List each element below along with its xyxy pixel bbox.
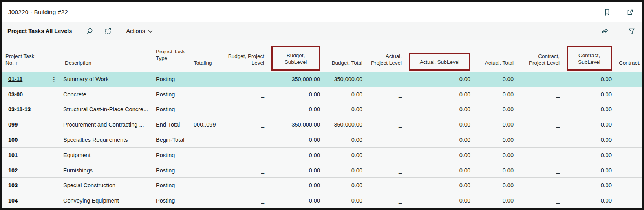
table-row[interactable]: 102FurnishingsPosting_0.000.00_0.000.00_…	[2, 163, 642, 178]
cell-actual_project_level[interactable]: _	[366, 121, 405, 128]
column-header-budget_sublevel[interactable]: Budget, SubLevel	[268, 46, 324, 72]
cell-type[interactable]: Posting	[152, 106, 190, 112]
cell-budget_project_level[interactable]: _	[221, 76, 268, 82]
table-row[interactable]: 01-11⋮Summary of WorkPosting_350,000.003…	[2, 72, 642, 87]
table-row[interactable]: 104Conveying EquipmentPosting_0.000.00_0…	[2, 193, 642, 208]
cell-type[interactable]: Posting	[152, 182, 190, 188]
share-icon[interactable]	[601, 27, 609, 35]
cell-contract_project_level[interactable]: _	[517, 152, 563, 158]
cell-description[interactable]: Equipment	[61, 152, 152, 158]
cell-actual_project_level[interactable]: _	[366, 106, 405, 112]
cell-budget_project_level[interactable]: _	[221, 137, 268, 143]
cell-actual_sublevel[interactable]: 0.00	[405, 121, 474, 128]
cell-actual_sublevel[interactable]: 0.00	[405, 152, 474, 158]
cell-budget_total[interactable]: 0.00	[324, 106, 366, 112]
cell-type[interactable]: End-Total	[152, 121, 190, 128]
cell-contract_project_level[interactable]: _	[517, 167, 563, 174]
column-header-contract_project_level[interactable]: Contract, Project Level	[517, 53, 563, 72]
cell-contract_project_level[interactable]: _	[517, 76, 563, 82]
cell-contract_project_level[interactable]: _	[517, 121, 563, 128]
cell-type[interactable]: Posting	[152, 152, 190, 158]
cell-totaling[interactable]: 000..099	[190, 121, 221, 128]
cell-actual_project_level[interactable]: _	[366, 182, 405, 188]
cell-contract_project_level[interactable]: _	[517, 91, 563, 98]
column-header-actual_total[interactable]: Actual, Total	[474, 60, 517, 72]
cell-budget_project_level[interactable]: _	[221, 182, 268, 188]
cell-budget_project_level[interactable]: _	[221, 197, 268, 204]
cell-contract_sublevel[interactable]: 0.00	[563, 137, 615, 143]
cell-budget_total[interactable]: 0.00	[324, 137, 366, 143]
cell-no[interactable]: 099	[2, 121, 47, 128]
analyze-icon[interactable]	[104, 27, 112, 35]
cell-actual_total[interactable]: 0.00	[474, 76, 517, 82]
cell-contract_sublevel[interactable]: 0.00	[563, 76, 615, 82]
cell-no[interactable]: 104	[2, 197, 47, 204]
cell-contract_sublevel[interactable]: 0.00	[563, 182, 615, 188]
filter-icon[interactable]	[628, 27, 636, 35]
cell-budget_sublevel[interactable]: 0.00	[268, 106, 324, 112]
cell-description[interactable]: Special Construction	[61, 182, 152, 188]
cell-budget_sublevel[interactable]: 0.00	[268, 137, 324, 143]
cell-budget_project_level[interactable]: _	[221, 152, 268, 158]
column-header-type[interactable]: Project Task Type–	[152, 48, 190, 72]
cell-type[interactable]: Posting	[152, 167, 190, 174]
column-header-contract_truncated[interactable]: Contract,	[615, 60, 641, 72]
cell-budget_sublevel[interactable]: 0.00	[268, 152, 324, 158]
cell-actual_project_level[interactable]: _	[366, 152, 405, 158]
cell-contract_sublevel[interactable]: 0.00	[563, 167, 615, 174]
cell-actual_project_level[interactable]: _	[366, 91, 405, 98]
actions-menu-button[interactable]: Actions	[126, 28, 153, 34]
cell-actual_project_level[interactable]: _	[366, 137, 405, 143]
cell-budget_sublevel[interactable]: 0.00	[268, 182, 324, 188]
cell-budget_total[interactable]: 0.00	[324, 182, 366, 188]
cell-budget_sublevel[interactable]: 0.00	[268, 91, 324, 98]
cell-type[interactable]: Posting	[152, 76, 190, 82]
cell-actual_sublevel[interactable]: 0.00	[405, 76, 474, 82]
cell-contract_project_level[interactable]: _	[517, 182, 563, 188]
cell-actual_project_level[interactable]: _	[366, 167, 405, 174]
cell-contract_project_level[interactable]: _	[517, 197, 563, 204]
table-row[interactable]: 101EquipmentPosting_0.000.00_0.000.00_0.…	[2, 148, 642, 163]
bookmark-icon[interactable]	[603, 8, 611, 16]
cell-type[interactable]: Posting	[152, 197, 190, 204]
search-icon[interactable]	[86, 27, 94, 35]
cell-budget_total[interactable]: 0.00	[324, 152, 366, 158]
cell-contract_sublevel[interactable]: 0.00	[563, 121, 615, 128]
cell-actual_total[interactable]: 0.00	[474, 182, 517, 188]
column-header-budget_total[interactable]: Budget, Total	[324, 60, 366, 72]
table-row[interactable]: 100Specialties RequirementsBegin-Total_0…	[2, 132, 642, 148]
column-header-contract_sublevel[interactable]: Contract, SubLevel	[563, 46, 615, 72]
cell-description[interactable]: Summary of Work	[61, 76, 152, 82]
cell-no[interactable]: 100	[2, 137, 47, 143]
cell-type[interactable]: Begin-Total	[152, 137, 190, 143]
cell-description[interactable]: Conveying Equipment	[61, 197, 152, 204]
cell-budget_sublevel[interactable]: 0.00	[268, 167, 324, 174]
cell-budget_total[interactable]: 0.00	[324, 167, 366, 174]
cell-actual_total[interactable]: 0.00	[474, 152, 517, 158]
cell-budget_project_level[interactable]: _	[221, 167, 268, 174]
cell-no[interactable]: 101	[2, 152, 47, 158]
cell-actual_total[interactable]: 0.00	[474, 197, 517, 204]
cell-budget_total[interactable]: 350,000.00	[324, 121, 366, 128]
cell-description[interactable]: Specialties Requirements	[61, 137, 152, 143]
column-header-actual_project_level[interactable]: Actual, Project Level	[366, 53, 405, 72]
cell-budget_total[interactable]: 0.00	[324, 91, 366, 98]
table-row[interactable]: 03-11-13Structural Cast-in-Place Concre.…	[2, 102, 642, 118]
cell-actual_total[interactable]: 0.00	[474, 121, 517, 128]
cell-actual_sublevel[interactable]: 0.00	[405, 106, 474, 112]
open-in-new-window-icon[interactable]	[626, 8, 634, 16]
cell-budget_project_level[interactable]: _	[221, 106, 268, 112]
cell-contract_sublevel[interactable]: 0.00	[563, 106, 615, 112]
cell-actual_sublevel[interactable]: 0.00	[405, 137, 474, 143]
cell-no[interactable]: 102	[2, 167, 47, 174]
cell-actual_sublevel[interactable]: 0.00	[405, 182, 474, 188]
cell-budget_total[interactable]: 0.00	[324, 197, 366, 204]
cell-contract_project_level[interactable]: _	[517, 137, 563, 143]
cell-no[interactable]: 03-00	[2, 91, 47, 98]
cell-description[interactable]: Furnishings	[61, 167, 152, 174]
cell-actual_project_level[interactable]: _	[366, 76, 405, 82]
cell-contract_project_level[interactable]: _	[517, 106, 563, 112]
cell-description[interactable]: Concrete	[61, 91, 152, 98]
cell-contract_sublevel[interactable]: 0.00	[563, 91, 615, 98]
cell-actual_sublevel[interactable]: 0.00	[405, 197, 474, 204]
